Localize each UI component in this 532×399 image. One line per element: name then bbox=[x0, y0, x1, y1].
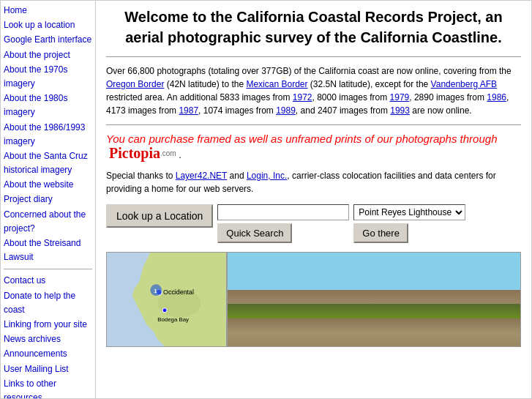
layer42-link[interactable]: Layer42.NET bbox=[176, 171, 227, 181]
page-title: Welcome to the California Coastal Record… bbox=[106, 7, 521, 48]
about-santacruz-link[interactable]: About the Santa Cruz historical imagery bbox=[4, 149, 92, 177]
lookup-col2: Quick Search bbox=[217, 204, 349, 243]
special-thanks-paragraph: Special thanks to Layer42.NET and Login,… bbox=[106, 169, 521, 195]
lookup-button[interactable]: Look up a Location bbox=[106, 204, 213, 228]
streisand-link[interactable]: About the Streisand Lawsuit bbox=[4, 236, 92, 264]
other-resources-link[interactable]: Links to other resources bbox=[4, 377, 92, 398]
mailing-list-link[interactable]: User Mailing List bbox=[4, 362, 92, 376]
purchase-section: You can purchase framed as well as unfra… bbox=[106, 133, 521, 162]
about-1970s-link[interactable]: About the 1970s imagery bbox=[4, 63, 92, 91]
project-diary-link[interactable]: Project diary bbox=[4, 193, 92, 206]
map-container: Occidental Bodega Bay 1 bbox=[106, 252, 227, 347]
divider-top bbox=[106, 56, 521, 57]
pictopia-name: Pictopia bbox=[109, 145, 160, 162]
news-link[interactable]: News archives bbox=[4, 332, 92, 346]
pictopia-com: .com bbox=[160, 149, 176, 157]
concerned-link[interactable]: Concerned about the project? bbox=[4, 208, 92, 236]
year-1993-link[interactable]: 1993 bbox=[390, 105, 410, 116]
pictopia-logo: Pictopia.com bbox=[109, 145, 176, 162]
svg-text:Occidental: Occidental bbox=[163, 288, 194, 296]
svg-point-5 bbox=[162, 308, 167, 313]
go-there-button[interactable]: Go there bbox=[353, 223, 408, 243]
announcements-link[interactable]: Announcements bbox=[4, 347, 92, 361]
location-dropdown[interactable]: Point Reyes Lighthouse Bodega Bay Marin … bbox=[353, 204, 465, 220]
coastal-photo bbox=[227, 252, 521, 347]
sidebar-divider-1 bbox=[4, 269, 92, 269]
main-content: Welcome to the California Coastal Record… bbox=[96, 1, 531, 398]
year-1989-link[interactable]: 1989 bbox=[276, 105, 296, 116]
svg-text:1: 1 bbox=[154, 288, 157, 294]
divider-mid bbox=[106, 124, 521, 125]
login-link[interactable]: Login, Inc. bbox=[247, 171, 287, 181]
year-1979-link[interactable]: 1979 bbox=[390, 92, 410, 102]
year-1987-link[interactable]: 1987 bbox=[179, 105, 198, 116]
donate-link[interactable]: Donate to help the coast bbox=[4, 289, 92, 317]
sidebar: Home Look up a location Google Earth int… bbox=[1, 1, 96, 398]
about-1980s-link[interactable]: About the 1980s imagery bbox=[4, 92, 92, 119]
intro-paragraph: Over 66,800 photographs (totaling over 3… bbox=[106, 64, 521, 117]
vandenberg-link[interactable]: Vandenberg AFB bbox=[431, 79, 498, 89]
period: . bbox=[179, 149, 181, 160]
lookup-section: Look up a Location Quick Search Point Re… bbox=[106, 204, 521, 243]
about-website-link[interactable]: About the website bbox=[4, 178, 92, 192]
quick-search-button[interactable]: Quick Search bbox=[217, 223, 292, 243]
home-link[interactable]: Home bbox=[4, 4, 92, 18]
oregon-border-link[interactable]: Oregon Border bbox=[106, 79, 164, 89]
contact-link[interactable]: Contact us bbox=[4, 274, 92, 288]
look-up-location-link[interactable]: Look up a location bbox=[4, 18, 92, 32]
purchase-text: You can purchase framed as well as unfra… bbox=[106, 133, 498, 145]
google-earth-link[interactable]: Google Earth interface bbox=[4, 33, 92, 47]
about-project-link[interactable]: About the project bbox=[4, 48, 92, 62]
svg-text:Bodega Bay: Bodega Bay bbox=[157, 316, 189, 323]
year-1986-link[interactable]: 1986 bbox=[487, 92, 506, 102]
year-1972-link[interactable]: 1972 bbox=[293, 92, 312, 102]
lookup-input[interactable] bbox=[217, 204, 349, 220]
map-svg: Occidental Bodega Bay 1 bbox=[107, 253, 226, 346]
images-row: Occidental Bodega Bay 1 bbox=[106, 252, 521, 347]
mexican-border-link[interactable]: Mexican Border bbox=[246, 79, 307, 89]
linking-link[interactable]: Linking from your site bbox=[4, 318, 92, 332]
lookup-col1: Look up a Location bbox=[106, 204, 213, 228]
lookup-col3: Point Reyes Lighthouse Bodega Bay Marin … bbox=[353, 204, 465, 243]
about-1986-link[interactable]: About the 1986/1993 imagery bbox=[4, 121, 92, 149]
